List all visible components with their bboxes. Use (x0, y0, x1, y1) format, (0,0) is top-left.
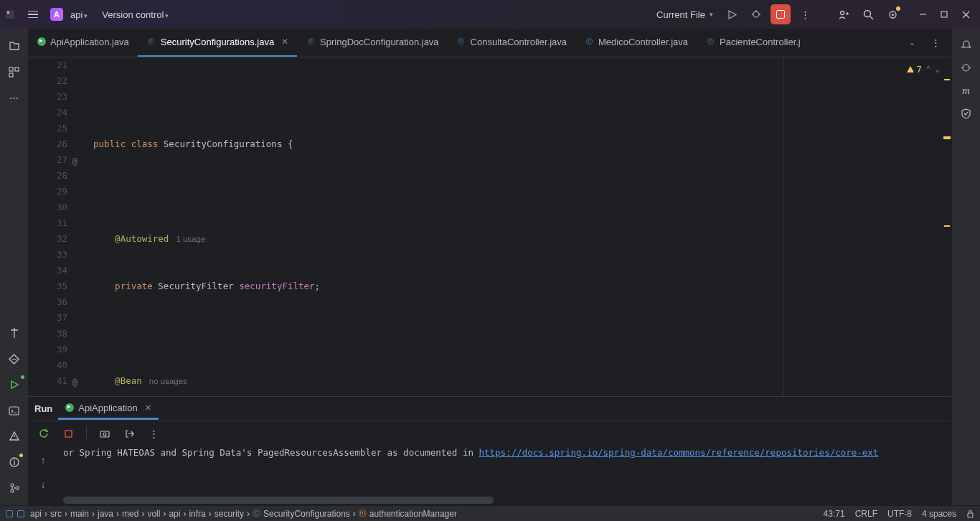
svg-point-12 (892, 14, 894, 16)
settings-button[interactable] (882, 4, 903, 24)
svg-rect-29 (65, 431, 72, 437)
close-icon[interactable]: ✕ (145, 403, 151, 413)
svg-rect-0 (6, 10, 14, 19)
coverage-tool-button[interactable] (956, 103, 976, 123)
vcs-widget[interactable]: Version control▾ (102, 9, 169, 20)
minimize-button[interactable] (913, 4, 933, 24)
tab-medicocontroller[interactable]: ⒸMedicoController.java (575, 29, 697, 57)
svg-rect-14 (941, 11, 947, 17)
output-link[interactable]: https://docs.spring.io/spring-data/commo… (479, 447, 878, 458)
toolwindow-icon[interactable] (6, 510, 13, 517)
bookmarks-tool-button[interactable] (3, 321, 26, 344)
problems-tool-button[interactable] (3, 425, 26, 448)
svg-line-10 (870, 17, 873, 19)
svg-point-2 (753, 11, 759, 17)
app-icon[interactable] (4, 9, 16, 20)
more-tools-button[interactable]: ⋯ (3, 86, 26, 109)
debug-button[interactable] (746, 4, 766, 24)
tab-springdocconfiguration[interactable]: ⒸSpringDocConfiguration.java (297, 29, 447, 57)
svg-point-28 (16, 487, 19, 489)
error-stripe[interactable] (943, 57, 951, 396)
maximize-button[interactable] (934, 4, 954, 24)
build-tool-button[interactable] (3, 451, 26, 474)
stop-button[interactable] (771, 4, 791, 24)
run-more-button[interactable]: ⋮ (144, 424, 163, 443)
svg-rect-1 (7, 11, 9, 14)
caret-position[interactable]: 43:71 (824, 509, 845, 519)
run-stop-button[interactable] (59, 424, 77, 443)
services-tool-button[interactable] (3, 347, 26, 370)
terminal-tool-button[interactable] (3, 399, 26, 422)
tabs-dropdown-button[interactable]: ⌄ (901, 33, 921, 53)
run-tool-button[interactable] (3, 373, 26, 396)
tab-securityconfigurations[interactable]: ⒸSecurityConfigurations.java✕ (138, 29, 297, 57)
svg-rect-32 (968, 513, 973, 517)
editor-tabs: ApiApplication.java ⒸSecurityConfigurati… (29, 29, 951, 57)
run-toolbar: ⋮ (29, 421, 951, 446)
horizontal-scrollbar[interactable] (63, 497, 494, 504)
file-encoding[interactable]: UTF-8 (887, 509, 912, 519)
svg-rect-30 (100, 431, 109, 437)
ai-assistant-button[interactable] (956, 57, 976, 78)
gutter[interactable]: 21222324252627@2829303132333435363738394… (29, 57, 73, 396)
svg-rect-21 (9, 407, 19, 415)
right-toolwindow-strip: m (951, 29, 980, 505)
run-tab-apiapplication[interactable]: ApiApplication ✕ (58, 398, 158, 420)
svg-rect-17 (9, 67, 13, 71)
tab-apiapplication[interactable]: ApiApplication.java (29, 29, 138, 57)
project-tool-button[interactable] (3, 34, 26, 57)
more-actions-button[interactable]: ⋮ (795, 4, 815, 24)
screenshot-button[interactable] (95, 424, 114, 443)
svg-point-6 (840, 11, 844, 14)
tab-pacientecontroller[interactable]: ⒸPacienteController.j (697, 29, 809, 57)
main-menu-button[interactable] (23, 4, 43, 24)
line-separator[interactable]: CRLF (855, 509, 877, 519)
maven-tool-button[interactable]: m (956, 80, 976, 100)
tab-consultacontroller[interactable]: ⒸConsultaController.java (448, 29, 575, 57)
exit-button[interactable] (120, 424, 138, 443)
rerun-button[interactable] (34, 424, 53, 443)
tabs-more-button[interactable]: ⋮ (925, 33, 946, 53)
run-config-selector[interactable]: Current File▾ (656, 9, 713, 20)
inspections-widget[interactable]: 7 ⌃⌄ (906, 62, 940, 78)
titlebar: A api▾ Version control▾ Current File▾ ⋮ (0, 0, 980, 29)
code-area[interactable]: 7 ⌃⌄ public class SecurityConfigurations… (73, 57, 951, 396)
vcs-tool-button[interactable] (3, 477, 26, 499)
indent-widget[interactable]: 4 spaces (922, 509, 956, 519)
svg-point-31 (103, 433, 106, 436)
notifications-button[interactable] (956, 34, 976, 55)
svg-point-27 (11, 489, 14, 492)
run-button[interactable] (722, 4, 742, 24)
statusbar: api›src›main›java›med›voll›api›infra›sec… (0, 505, 980, 521)
project-name[interactable]: api▾ (70, 9, 88, 20)
svg-point-9 (864, 10, 870, 17)
svg-point-26 (11, 484, 14, 487)
run-toolwindow: Run ApiApplication ✕ ⋮ ↑ ↓ or Spring HAT… (29, 396, 951, 505)
search-everywhere-button[interactable] (858, 4, 878, 24)
run-output[interactable]: or Spring HATEOAS and Spring Data's Page… (57, 446, 951, 505)
svg-rect-19 (9, 73, 13, 77)
scroll-to-end-button[interactable]: ↓ (33, 474, 53, 494)
readonly-lock-icon[interactable] (966, 510, 974, 518)
code-with-me-button[interactable] (834, 4, 854, 24)
structure-tool-button[interactable] (3, 60, 26, 83)
close-icon[interactable]: ✕ (281, 37, 288, 47)
left-toolwindow-strip: ⋯ (0, 29, 29, 505)
project-badge[interactable]: A (50, 8, 63, 21)
close-button[interactable] (956, 4, 976, 24)
run-title: Run (34, 403, 52, 414)
svg-point-24 (14, 459, 15, 461)
scroll-to-top-button[interactable]: ↑ (33, 450, 53, 470)
editor[interactable]: 21222324252627@2829303132333435363738394… (29, 57, 951, 396)
breadcrumbs[interactable]: api›src›main›java›med›voll›api›infra›sec… (17, 508, 819, 519)
svg-rect-18 (15, 67, 19, 71)
